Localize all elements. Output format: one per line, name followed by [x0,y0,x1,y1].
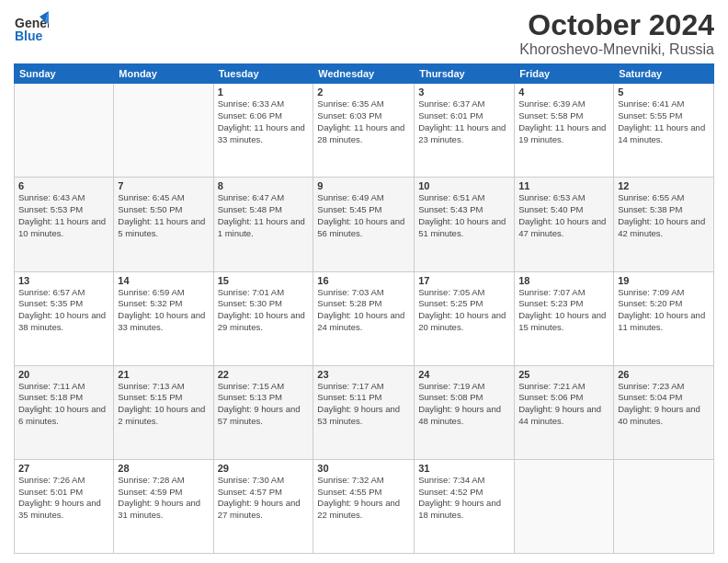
calendar-cell: 11Sunrise: 6:53 AM Sunset: 5:40 PM Dayli… [515,178,614,271]
page-subtitle: Khoroshevo-Mnevniki, Russia [519,41,714,58]
col-saturday: Saturday [614,64,714,84]
day-info: Sunrise: 6:57 AM Sunset: 5:35 PM Dayligh… [18,287,109,334]
day-number: 22 [218,369,310,380]
day-info: Sunrise: 7:07 AM Sunset: 5:23 PM Dayligh… [518,287,609,334]
calendar-cell [515,459,614,553]
day-info: Sunrise: 7:13 AM Sunset: 5:15 PM Dayligh… [118,381,209,428]
calendar-cell: 17Sunrise: 7:05 AM Sunset: 5:25 PM Dayli… [415,271,515,365]
calendar-cell: 14Sunrise: 6:59 AM Sunset: 5:32 PM Dayli… [114,271,213,365]
day-number: 7 [118,180,209,191]
day-number: 8 [218,180,310,191]
calendar-cell: 31Sunrise: 7:34 AM Sunset: 4:52 PM Dayli… [415,459,515,553]
day-info: Sunrise: 6:55 AM Sunset: 5:38 PM Dayligh… [618,192,710,239]
calendar-cell: 21Sunrise: 7:13 AM Sunset: 5:15 PM Dayli… [114,365,213,459]
day-number: 28 [118,463,209,474]
col-tuesday: Tuesday [213,64,313,84]
calendar-cell: 26Sunrise: 7:23 AM Sunset: 5:04 PM Dayli… [614,365,714,459]
day-number: 10 [418,180,510,191]
day-number: 24 [418,369,510,380]
page: General Blue October 2024 Khoroshevo-Mne… [0,0,728,563]
day-info: Sunrise: 6:33 AM Sunset: 6:06 PM Dayligh… [218,98,310,145]
day-info: Sunrise: 6:47 AM Sunset: 5:48 PM Dayligh… [218,192,310,239]
day-number: 30 [317,463,410,474]
day-number: 3 [418,86,510,98]
day-info: Sunrise: 6:41 AM Sunset: 5:55 PM Dayligh… [618,98,710,145]
day-number: 1 [218,86,310,98]
calendar-cell: 2Sunrise: 6:35 AM Sunset: 6:03 PM Daylig… [313,84,415,178]
day-info: Sunrise: 7:09 AM Sunset: 5:20 PM Dayligh… [618,287,710,334]
calendar-cell [15,84,114,178]
day-info: Sunrise: 7:17 AM Sunset: 5:11 PM Dayligh… [317,381,410,428]
calendar-cell: 3Sunrise: 6:37 AM Sunset: 6:01 PM Daylig… [415,84,515,178]
day-number: 31 [418,463,510,474]
logo-icon: General Blue [14,9,49,44]
day-info: Sunrise: 7:30 AM Sunset: 4:57 PM Dayligh… [218,475,310,522]
day-info: Sunrise: 7:15 AM Sunset: 5:13 PM Dayligh… [218,381,310,428]
day-info: Sunrise: 7:03 AM Sunset: 5:28 PM Dayligh… [317,287,410,334]
calendar-cell: 12Sunrise: 6:55 AM Sunset: 5:38 PM Dayli… [614,178,714,271]
day-number: 21 [118,369,209,380]
day-number: 9 [317,180,410,191]
day-info: Sunrise: 7:21 AM Sunset: 5:06 PM Dayligh… [518,381,609,428]
day-info: Sunrise: 6:51 AM Sunset: 5:43 PM Dayligh… [418,192,510,239]
day-number: 27 [18,463,109,474]
calendar-week-2: 6Sunrise: 6:43 AM Sunset: 5:53 PM Daylig… [15,178,714,271]
day-info: Sunrise: 6:45 AM Sunset: 5:50 PM Dayligh… [118,192,209,239]
day-info: Sunrise: 6:59 AM Sunset: 5:32 PM Dayligh… [118,287,209,334]
calendar-week-5: 27Sunrise: 7:26 AM Sunset: 5:01 PM Dayli… [15,459,714,553]
day-info: Sunrise: 7:32 AM Sunset: 4:55 PM Dayligh… [317,475,410,522]
calendar-cell: 28Sunrise: 7:28 AM Sunset: 4:59 PM Dayli… [114,459,213,553]
col-wednesday: Wednesday [313,64,415,84]
day-number: 18 [518,275,609,286]
day-info: Sunrise: 6:49 AM Sunset: 5:45 PM Dayligh… [317,192,410,239]
col-thursday: Thursday [415,64,515,84]
day-info: Sunrise: 7:05 AM Sunset: 5:25 PM Dayligh… [418,287,510,334]
svg-text:Blue: Blue [15,29,43,43]
calendar-cell: 24Sunrise: 7:19 AM Sunset: 5:08 PM Dayli… [415,365,515,459]
calendar-cell: 20Sunrise: 7:11 AM Sunset: 5:18 PM Dayli… [15,365,114,459]
calendar-cell: 7Sunrise: 6:45 AM Sunset: 5:50 PM Daylig… [114,178,213,271]
calendar-cell: 5Sunrise: 6:41 AM Sunset: 5:55 PM Daylig… [614,84,714,178]
day-info: Sunrise: 7:01 AM Sunset: 5:30 PM Dayligh… [218,287,310,334]
day-info: Sunrise: 6:37 AM Sunset: 6:01 PM Dayligh… [418,98,510,145]
day-number: 14 [118,275,209,286]
header: General Blue October 2024 Khoroshevo-Mne… [14,9,714,58]
day-info: Sunrise: 6:43 AM Sunset: 5:53 PM Dayligh… [18,192,109,239]
calendar-week-4: 20Sunrise: 7:11 AM Sunset: 5:18 PM Dayli… [15,365,714,459]
col-monday: Monday [114,64,213,84]
calendar-cell: 16Sunrise: 7:03 AM Sunset: 5:28 PM Dayli… [313,271,415,365]
calendar-cell [114,84,213,178]
day-number: 15 [218,275,310,286]
day-info: Sunrise: 7:23 AM Sunset: 5:04 PM Dayligh… [618,381,710,428]
calendar-cell: 10Sunrise: 6:51 AM Sunset: 5:43 PM Dayli… [415,178,515,271]
day-number: 23 [317,369,410,380]
day-number: 4 [518,86,609,98]
calendar-cell: 4Sunrise: 6:39 AM Sunset: 5:58 PM Daylig… [515,84,614,178]
calendar-cell: 18Sunrise: 7:07 AM Sunset: 5:23 PM Dayli… [515,271,614,365]
calendar-cell: 9Sunrise: 6:49 AM Sunset: 5:45 PM Daylig… [313,178,415,271]
calendar-cell: 22Sunrise: 7:15 AM Sunset: 5:13 PM Dayli… [213,365,313,459]
calendar-cell: 27Sunrise: 7:26 AM Sunset: 5:01 PM Dayli… [15,459,114,553]
day-number: 25 [518,369,609,380]
calendar-cell: 8Sunrise: 6:47 AM Sunset: 5:48 PM Daylig… [213,178,313,271]
day-number: 20 [18,369,109,380]
day-info: Sunrise: 7:11 AM Sunset: 5:18 PM Dayligh… [18,381,109,428]
day-info: Sunrise: 6:39 AM Sunset: 5:58 PM Dayligh… [518,98,609,145]
day-info: Sunrise: 7:28 AM Sunset: 4:59 PM Dayligh… [118,475,209,522]
calendar-cell: 29Sunrise: 7:30 AM Sunset: 4:57 PM Dayli… [213,459,313,553]
title-block: October 2024 Khoroshevo-Mnevniki, Russia [519,9,714,58]
calendar-cell: 30Sunrise: 7:32 AM Sunset: 4:55 PM Dayli… [313,459,415,553]
page-title: October 2024 [519,9,714,41]
day-number: 29 [218,463,310,474]
calendar-week-1: 1Sunrise: 6:33 AM Sunset: 6:06 PM Daylig… [15,84,714,178]
col-sunday: Sunday [15,64,114,84]
calendar-cell: 25Sunrise: 7:21 AM Sunset: 5:06 PM Dayli… [515,365,614,459]
day-info: Sunrise: 7:19 AM Sunset: 5:08 PM Dayligh… [418,381,510,428]
calendar-cell: 1Sunrise: 6:33 AM Sunset: 6:06 PM Daylig… [213,84,313,178]
calendar-header-row: Sunday Monday Tuesday Wednesday Thursday… [15,64,714,84]
logo: General Blue [14,9,49,44]
day-info: Sunrise: 6:35 AM Sunset: 6:03 PM Dayligh… [317,98,410,145]
calendar-cell: 6Sunrise: 6:43 AM Sunset: 5:53 PM Daylig… [15,178,114,271]
day-info: Sunrise: 6:53 AM Sunset: 5:40 PM Dayligh… [518,192,609,239]
day-number: 26 [618,369,710,380]
